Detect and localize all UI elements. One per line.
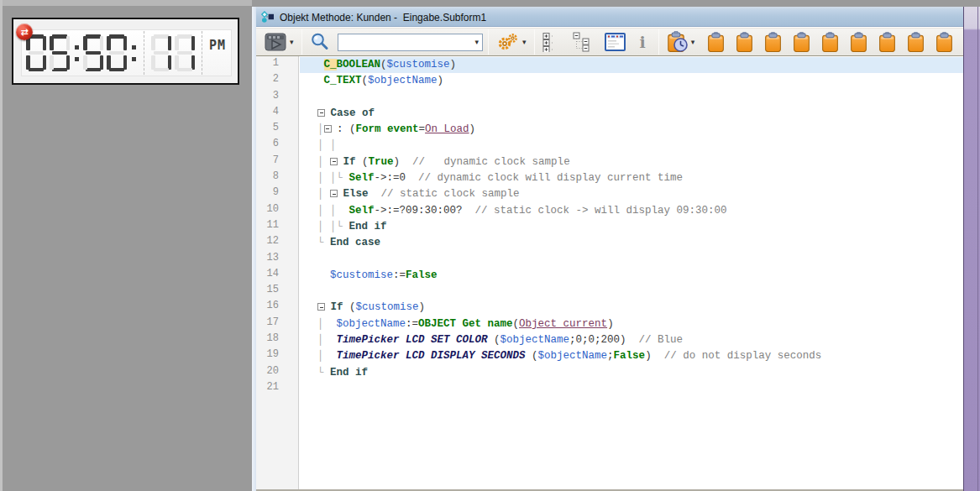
- code-token: OBJECT Get name: [418, 318, 513, 330]
- code-line[interactable]: [300, 381, 963, 397]
- clipboard-slot-button[interactable]: [705, 30, 727, 55]
- code-token: │: [305, 156, 330, 168]
- code-token: (: [526, 350, 538, 362]
- line-number: 4: [256, 106, 298, 122]
- code-token: [337, 156, 343, 168]
- method-window-icon: [261, 11, 275, 24]
- clipboard-slot-button[interactable]: [819, 30, 841, 55]
- line-number: 15: [256, 284, 298, 300]
- macros-button[interactable]: [602, 31, 629, 53]
- lcd-digit: [50, 34, 70, 71]
- search-combo-arrow-icon[interactable]: ▾: [475, 38, 480, 46]
- title-bar[interactable]: Objekt Methode: Kunden - Eingabe.Subform…: [256, 8, 963, 27]
- code-token: End if: [330, 367, 368, 379]
- line-number-gutter: 123456789101112131415161718192021: [256, 56, 299, 489]
- toolbar-separator: [488, 29, 489, 55]
- lcd-digit: [26, 34, 46, 71]
- code-token: └: [305, 367, 330, 379]
- code-line[interactable]: $customise:=False: [300, 268, 963, 284]
- clipboard-slots: [705, 30, 956, 55]
- fold-toggle[interactable]: [317, 109, 325, 117]
- info-icon: i: [635, 33, 651, 51]
- code-line[interactable]: Case of: [300, 106, 963, 122]
- fold-toggle[interactable]: [317, 303, 325, 311]
- code-token: [305, 59, 324, 71]
- run-method-button[interactable]: ▾: [262, 31, 296, 54]
- expand-all-button[interactable]: [540, 30, 563, 54]
- clipboard-icon: [764, 32, 782, 53]
- line-number: 11: [256, 219, 298, 235]
- lcd-digit: [175, 34, 195, 71]
- search-combobox[interactable]: ▾: [338, 34, 484, 51]
- search-button[interactable]: [307, 30, 333, 54]
- code-line[interactable]: │ │└ Self->:=0 // dynamic clock will dis…: [300, 170, 963, 186]
- info-button[interactable]: i: [632, 31, 653, 53]
- code-token: (: [380, 59, 387, 71]
- code-token: ): [450, 59, 457, 71]
- code-token: (: [356, 156, 369, 168]
- line-number: 9: [256, 186, 298, 202]
- code-line[interactable]: │ │ Self->:=?09:30:00? // static clock -…: [300, 203, 963, 219]
- code-token: [337, 188, 343, 200]
- clipboard-slot-button[interactable]: [933, 30, 956, 55]
- expand-tree-icon: [542, 32, 561, 52]
- collapse-all-button[interactable]: [570, 30, 595, 54]
- lcd-colon: [73, 34, 80, 71]
- form-background: ⇄ PM: [0, 0, 252, 491]
- code-token: C_: [324, 59, 337, 71]
- search-input[interactable]: [338, 35, 475, 50]
- code-line[interactable]: └ End case: [300, 235, 963, 251]
- code-editor[interactable]: C_BOOLEAN($customise) C_TEXT($objectName…: [300, 56, 963, 489]
- clipboard-slot-button[interactable]: [762, 30, 784, 55]
- line-number: 19: [256, 348, 298, 364]
- lcd-digit: [151, 34, 171, 71]
- run-method-icon: [265, 33, 287, 52]
- code-token: // dynamic clock sample: [400, 156, 570, 168]
- code-line[interactable]: [300, 284, 963, 300]
- code-line[interactable]: └ End if: [300, 365, 963, 381]
- toolbar-separator: [534, 29, 535, 55]
- run-dropdown-arrow-icon[interactable]: ▾: [290, 38, 294, 46]
- fold-toggle[interactable]: [330, 190, 338, 197]
- clipboard-slot-button[interactable]: [904, 30, 927, 55]
- clipboard-slot-button[interactable]: [790, 30, 813, 55]
- code-line[interactable]: If ($customise): [300, 300, 963, 316]
- lcd-digit: [107, 34, 127, 71]
- code-token: End case: [330, 237, 380, 248]
- lcd-display: PM: [21, 29, 232, 76]
- fold-toggle[interactable]: [330, 158, 338, 165]
- code-line[interactable]: │ $objectName:=OBJECT Get name(Object cu…: [300, 316, 963, 332]
- method-settings-button[interactable]: ▾: [494, 31, 529, 53]
- code-token: // dynamic clock will display current ti…: [406, 172, 683, 184]
- code-line[interactable]: │ │└ End if: [300, 219, 963, 235]
- code-line[interactable]: │ TimePicker LCD DISPLAY SECONDS ($objec…: [300, 348, 963, 364]
- settings-dropdown-arrow-icon[interactable]: ▾: [522, 38, 527, 46]
- code-line[interactable]: [300, 90, 963, 106]
- code-token: On Load: [425, 123, 469, 135]
- code-line[interactable]: │ │: [300, 138, 963, 154]
- code-token: [305, 75, 324, 86]
- code-line[interactable]: │ TimePicker LCD SET COLOR ($objectName;…: [300, 332, 963, 348]
- code-token: ): [419, 301, 426, 313]
- code-token: $objectName: [337, 318, 406, 330]
- code-line[interactable]: [300, 252, 963, 268]
- code-line[interactable]: │ : (Form event=On Load): [300, 122, 963, 138]
- code-line[interactable]: │ If (True) // dynamic clock sample: [300, 154, 963, 170]
- clipboard-dropdown-arrow-icon[interactable]: ▾: [691, 38, 695, 46]
- clipboard-slot-button[interactable]: [847, 30, 870, 55]
- clipboard-history-button[interactable]: ▾: [664, 29, 698, 55]
- code-line[interactable]: C_TEXT($objectName): [300, 73, 963, 89]
- window-right-border: [963, 7, 980, 491]
- refresh-badge-icon[interactable]: ⇄: [16, 24, 33, 40]
- code-token: (: [513, 318, 520, 330]
- code-line[interactable]: C_BOOLEAN($customise): [300, 57, 963, 73]
- clipboard-slot-button[interactable]: [876, 30, 899, 55]
- code-token: $customise: [330, 269, 393, 281]
- panel-top-edge: [0, 0, 252, 6]
- clipboard-slot-button[interactable]: [733, 30, 756, 55]
- collapse-tree-icon: [573, 32, 593, 52]
- fold-toggle[interactable]: [324, 125, 332, 133]
- timepicker-lcd-clock: ⇄ PM: [12, 18, 239, 85]
- code-line[interactable]: │ Else // static clock sample: [300, 186, 963, 202]
- code-token: $objectName: [538, 350, 608, 362]
